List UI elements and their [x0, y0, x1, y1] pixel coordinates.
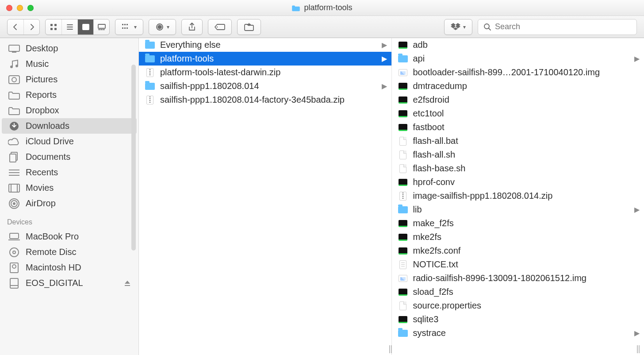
file-name: api — [413, 54, 425, 64]
nav-forward-button[interactable] — [23, 19, 39, 35]
exec-icon — [398, 95, 408, 105]
toolbar: ▾ ▾ ▾ — [0, 16, 644, 38]
sidebar-item-music[interactable]: Music — [2, 56, 137, 72]
file-row[interactable]: NOTICE.txt — [392, 258, 644, 271]
file-name: mke2fs.conf — [413, 246, 461, 256]
group-by-button[interactable]: ▾ — [115, 19, 143, 35]
file-row[interactable]: bootloader-sailfish-899…2001-1710040120.… — [392, 66, 644, 79]
sidebar-item-dropbox[interactable]: Dropbox — [2, 103, 137, 118]
close-window-button[interactable] — [6, 5, 12, 11]
sidebar-item-desktop[interactable]: Desktop — [2, 41, 137, 56]
sidebar-item-label: Reports — [26, 90, 57, 100]
tags-button[interactable] — [208, 19, 232, 35]
new-folder-button[interactable] — [237, 19, 261, 35]
sidebar[interactable]: Desktop Music Pictures Reports Dropbox D… — [0, 38, 139, 355]
file-row[interactable]: sqlite3 — [392, 313, 644, 326]
view-list-button[interactable] — [61, 19, 77, 35]
sidebar-item-documents[interactable]: Documents — [2, 149, 137, 165]
file-row[interactable]: radio-sailfish-8996-130091-1802061512.im… — [392, 271, 644, 285]
file-row[interactable]: platform-tools-latest-darwin.zip — [139, 66, 391, 79]
file-row[interactable]: flash-base.sh — [392, 162, 644, 175]
svg-rect-44 — [10, 233, 19, 239]
svg-point-31 — [12, 77, 16, 82]
fullscreen-window-button[interactable] — [27, 5, 34, 11]
minimize-window-button[interactable] — [17, 5, 23, 11]
sidebar-item-eos-digital[interactable]: EOS_DIGITAL — [2, 275, 137, 291]
view-columns-button[interactable] — [77, 19, 93, 35]
file-row[interactable]: flash-all.sh — [392, 148, 644, 162]
file-row[interactable]: make_f2fs — [392, 216, 644, 230]
file-name: sailfish-ppp1.180208.014 — [160, 81, 259, 91]
file-name: flash-all.bat — [413, 136, 458, 146]
file-name: e2fsdroid — [413, 95, 449, 105]
column-resize-handle[interactable] — [637, 345, 641, 353]
eject-icon[interactable] — [124, 280, 130, 286]
exec-icon — [398, 246, 408, 256]
file-row[interactable]: image-sailfish-ppp1.180208.014.zip — [392, 189, 644, 203]
file-row[interactable]: mke2fs.conf — [392, 244, 644, 258]
svg-rect-26 — [9, 45, 19, 51]
file-row[interactable]: sload_f2fs — [392, 285, 644, 299]
file-name: make_f2fs — [413, 218, 454, 228]
sidebar-item-remote-disc[interactable]: Remote Disc — [2, 244, 137, 260]
file-row[interactable]: sailfish-ppp1.180208.014▶ — [139, 79, 391, 93]
file-name: platform-tools — [160, 54, 214, 64]
sidebar-item-movies[interactable]: Movies — [2, 180, 137, 196]
sidebar-item-icloud-drive[interactable]: iCloud Drive — [2, 134, 137, 149]
chevron-right-icon: ▶ — [634, 205, 640, 214]
sidebar-item-recents[interactable]: Recents — [2, 165, 137, 180]
file-row[interactable]: lib▶ — [392, 203, 644, 216]
search-input[interactable] — [495, 22, 631, 31]
svg-rect-30 — [9, 76, 19, 84]
file-row[interactable]: adb — [392, 38, 644, 52]
file-row[interactable]: hprof-conv — [392, 175, 644, 189]
exec-icon — [398, 40, 408, 50]
exec-icon — [398, 123, 408, 132]
file-row[interactable]: fastboot — [392, 120, 644, 134]
nav-back-button[interactable] — [8, 19, 23, 35]
sidebar-item-macintosh-hd[interactable]: Macintosh HD — [2, 260, 137, 275]
action-menu-button[interactable]: ▾ — [149, 19, 176, 35]
svg-rect-1 — [54, 24, 57, 26]
svg-point-29 — [15, 65, 18, 67]
search-field[interactable] — [478, 19, 637, 35]
doc-icon — [398, 136, 408, 146]
chevron-right-icon: ▶ — [382, 54, 387, 63]
column-right[interactable]: adbapi▶bootloader-sailfish-899…2001-1710… — [391, 38, 644, 355]
sidebar-devices-header: Devices — [0, 211, 138, 229]
sidebar-item-pictures[interactable]: Pictures — [2, 72, 137, 87]
folder-icon — [291, 4, 300, 12]
folder-icon — [398, 328, 408, 338]
sidebar-item-label: Downloads — [26, 121, 69, 131]
file-row[interactable]: mke2fs — [392, 230, 644, 244]
sidebar-item-airdrop[interactable]: AirDrop — [2, 196, 137, 211]
file-row[interactable]: api▶ — [392, 52, 644, 66]
svg-point-28 — [10, 66, 13, 68]
file-row[interactable]: source.properties — [392, 299, 644, 313]
sidebar-item-label: Remote Disc — [26, 247, 76, 257]
share-button[interactable] — [181, 19, 203, 35]
column-resize-handle[interactable] — [389, 345, 394, 353]
file-row[interactable]: platform-tools▶ — [139, 52, 391, 66]
column-middle[interactable]: Everything else▶platform-tools▶platform-… — [139, 38, 391, 355]
svg-point-41 — [13, 202, 15, 205]
file-row[interactable]: sailfish-ppp1.180208.014-factory-3e45bad… — [139, 93, 391, 107]
file-name: image-sailfish-ppp1.180208.014.zip — [413, 191, 553, 201]
view-icons-button[interactable] — [46, 19, 61, 35]
file-name: source.properties — [413, 301, 482, 311]
sidebar-item-downloads[interactable]: Downloads — [2, 118, 137, 134]
file-row[interactable]: dmtracedump — [392, 79, 644, 93]
file-row[interactable]: flash-all.bat — [392, 134, 644, 148]
svg-rect-38 — [9, 184, 19, 192]
file-row[interactable]: e2fsdroid — [392, 93, 644, 107]
cloud-icon — [8, 137, 20, 147]
dropbox-button[interactable]: ▾ — [444, 19, 472, 35]
sidebar-item-macbook-pro[interactable]: MacBook Pro — [2, 229, 137, 244]
view-gallery-button[interactable] — [93, 19, 109, 35]
sidebar-item-reports[interactable]: Reports — [2, 87, 137, 103]
file-row[interactable]: systrace▶ — [392, 326, 644, 340]
file-row[interactable]: etc1tool — [392, 107, 644, 120]
txt-icon — [398, 260, 408, 270]
file-row[interactable]: Everything else▶ — [139, 38, 391, 52]
file-name: dmtracedump — [413, 81, 467, 91]
